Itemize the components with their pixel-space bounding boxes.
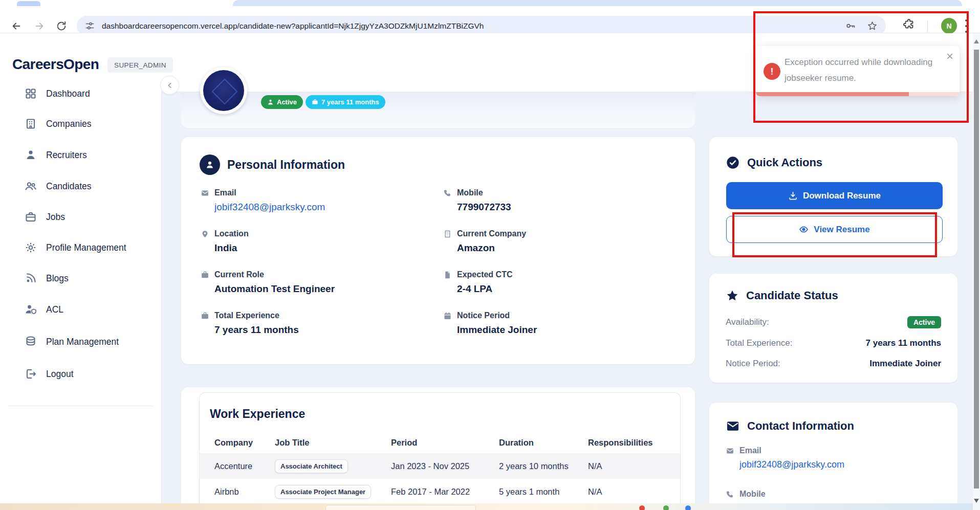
scrollbar-thumb[interactable] <box>974 50 979 489</box>
check-circle-icon <box>726 156 740 170</box>
envelope-icon <box>726 419 740 433</box>
scrollbar-up-arrow[interactable] <box>974 39 979 43</box>
envelope-icon <box>726 447 734 455</box>
contact-info-card: Contact Information Email jobif32408@jpa… <box>709 403 957 510</box>
download-icon <box>788 191 798 201</box>
col-responsibilities: Responsibilities <box>588 438 680 448</box>
role-badge: SUPER_ADMIN <box>107 57 173 73</box>
taskbar-app-icon[interactable] <box>663 505 669 510</box>
taskbar-app-icon[interactable] <box>685 505 691 510</box>
toolbar-separator <box>927 20 928 32</box>
gear-icon <box>25 241 37 254</box>
person-icon <box>267 99 274 105</box>
table-row: Airbnb Associate Project Manager Feb 201… <box>200 479 680 504</box>
profile-header-card <box>181 92 695 128</box>
browser-menu-icon[interactable] <box>965 19 968 33</box>
back-button[interactable] <box>8 17 25 35</box>
taskbar-app-icon[interactable] <box>639 505 645 510</box>
coins-icon <box>25 336 37 348</box>
field-total-experience: Total Experience 7 years 11 months <box>201 311 299 336</box>
browser-profile-avatar[interactable]: N <box>941 18 957 34</box>
sidebar-item-plan-management[interactable]: Plan Management <box>0 330 161 353</box>
blog-icon <box>25 272 37 284</box>
scrollbar[interactable] <box>973 33 980 510</box>
sidebar-collapse-button[interactable] <box>160 76 179 95</box>
job-title-pill: Associate Project Manager <box>275 485 371 499</box>
recruiter-icon <box>25 149 37 161</box>
taskbar-search-box[interactable] <box>325 505 476 510</box>
experience-badge: 7 years 11 months <box>306 95 385 109</box>
sidebar-divider <box>8 406 154 406</box>
sidebar-item-jobs[interactable]: Jobs <box>0 206 161 228</box>
field-current-company: Current Company Amazon <box>443 229 526 254</box>
table-header-row: Company Job Title Period Duration Respon… <box>200 432 680 453</box>
reload-button[interactable] <box>53 17 70 35</box>
col-period: Period <box>391 438 499 448</box>
field-mobile: Mobile 7799072733 <box>443 188 511 213</box>
candidate-status-card: Candidate Status Availability: Active To… <box>709 274 957 383</box>
extensions-puzzle-icon[interactable] <box>902 18 914 32</box>
col-job-title: Job Title <box>275 438 391 448</box>
sidebar-item-label: Recruiters <box>46 150 87 161</box>
work-experience-card: Work Experience Company Job Title Period… <box>181 387 695 510</box>
personal-info-title: Personal Information <box>227 158 345 172</box>
toast-close-icon[interactable]: × <box>946 50 953 62</box>
toast-progress-fill <box>756 92 909 96</box>
forward-button[interactable] <box>31 17 48 35</box>
bookmark-star-icon[interactable] <box>867 20 878 31</box>
status-row-experience: Total Experience: 7 years 11 months <box>726 338 941 348</box>
envelope-icon <box>201 189 209 197</box>
toast-message: jobseeker resume. <box>785 73 856 83</box>
email-link[interactable]: jobif32408@jparksky.com <box>739 459 844 470</box>
job-title-pill: Associate Architect <box>275 459 348 473</box>
sidebar-item-blogs[interactable]: Blogs <box>0 267 161 290</box>
col-company: Company <box>214 438 275 448</box>
sidebar-item-profile-management[interactable]: Profile Management <box>0 236 161 259</box>
screen: dashboardcareersopencom.vercel.app/candi… <box>0 0 980 510</box>
password-key-icon[interactable] <box>845 20 856 31</box>
sidebar-item-label: Companies <box>46 119 92 129</box>
contact-email: Email jobif32408@jparksky.com <box>726 446 844 470</box>
sidebar-item-recruiters[interactable]: Recruiters <box>0 144 161 166</box>
sidebar-item-dashboard[interactable]: Dashboard <box>0 82 161 105</box>
field-expected-ctc: Expected CTC 2-4 LPA <box>443 270 512 295</box>
field-email: Email jobif32408@jparksky.com <box>201 188 325 213</box>
calendar-icon <box>443 312 452 320</box>
work-experience-panel: Work Experience Company Job Title Period… <box>199 392 681 510</box>
document-icon <box>443 271 452 279</box>
browser-tab-strip <box>0 0 980 6</box>
quick-actions-title: Quick Actions <box>747 156 822 169</box>
reload-icon <box>56 20 67 32</box>
download-resume-button[interactable]: Download Resume <box>726 182 943 209</box>
phone-icon <box>443 189 452 197</box>
sidebar-item-label: Jobs <box>46 212 65 223</box>
scrollbar-down-arrow[interactable] <box>974 499 979 503</box>
table-row: Accenture Associate Architect Jan 2023 -… <box>200 453 680 479</box>
browser-tab[interactable] <box>17 1 40 6</box>
view-resume-button[interactable]: View Resume <box>726 216 943 243</box>
dashboard-grid-icon <box>25 87 37 100</box>
forward-arrow-icon <box>34 20 45 32</box>
work-experience-title: Work Experience <box>210 407 305 421</box>
sidebar-item-label: Candidates <box>46 181 92 192</box>
work-experience-table: Company Job Title Period Duration Respon… <box>200 432 680 504</box>
sidebar-item-logout[interactable]: Logout <box>0 363 161 385</box>
url-text[interactable]: dashboardcareersopencom.vercel.app/candi… <box>102 21 484 31</box>
briefcase-icon <box>201 312 209 320</box>
error-toast: ! Exception occurred while downloading j… <box>756 46 960 96</box>
candidate-status-title: Candidate Status <box>746 289 838 302</box>
briefcase-icon <box>201 271 209 279</box>
eye-icon <box>799 225 809 234</box>
sidebar-item-companies[interactable]: Companies <box>0 113 161 135</box>
user-shield-icon <box>25 303 37 316</box>
sidebar-item-candidates[interactable]: Candidates <box>0 175 161 197</box>
status-badge: Active <box>261 95 303 109</box>
site-settings-icon[interactable] <box>85 21 95 31</box>
sidebar-item-acl[interactable]: ACL <box>0 298 161 321</box>
availability-badge: Active <box>907 316 941 328</box>
sidebar-item-label: Profile Management <box>46 242 126 253</box>
email-link[interactable]: jobif32408@jparksky.com <box>214 202 325 213</box>
building-icon <box>443 230 452 238</box>
contact-info-title: Contact Information <box>747 419 854 433</box>
sidebar-item-label: Plan Management <box>46 337 119 347</box>
